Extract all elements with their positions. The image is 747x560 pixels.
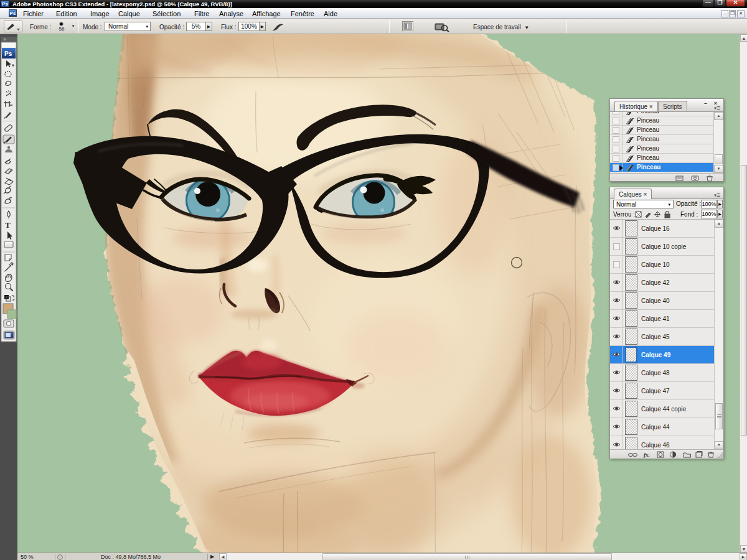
svg-text:fx.: fx. (644, 452, 650, 458)
svg-text:T: T (5, 220, 11, 230)
svg-text:»: » (3, 37, 6, 42)
svg-text:Ps: Ps (4, 50, 12, 57)
svg-text:.: . (677, 453, 678, 459)
